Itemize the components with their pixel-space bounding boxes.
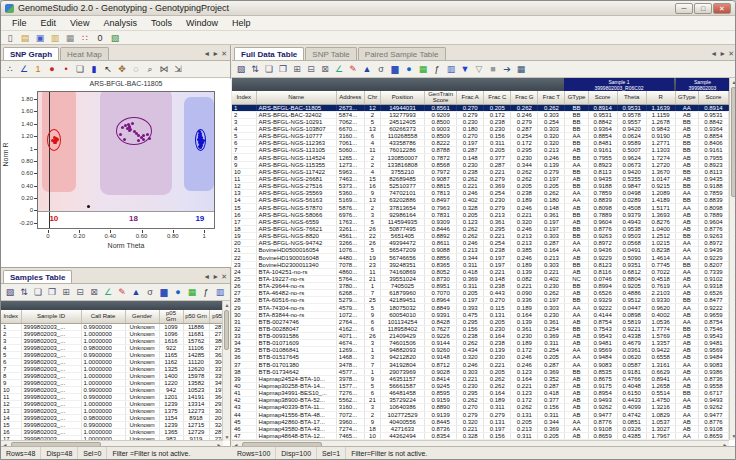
- cell[interactable]: 0.189: [511, 304, 538, 311]
- cell[interactable]: 0.402: [457, 197, 484, 204]
- cell[interactable]: 0.8116: [588, 268, 617, 275]
- column-header[interactable]: Frac G: [511, 91, 538, 104]
- cell[interactable]: AA: [565, 354, 588, 361]
- cell[interactable]: 0.090: [511, 290, 538, 297]
- cell[interactable]: 0.9144: [425, 340, 457, 347]
- cell[interactable]: 1.5769: [646, 333, 675, 340]
- cell[interactable]: 7465...: [336, 432, 364, 439]
- cell[interactable]: 3266...: [336, 240, 364, 247]
- cell[interactable]: 0.254: [538, 347, 565, 354]
- cell[interactable]: 0.8222: [425, 140, 457, 147]
- cell[interactable]: 0.6717: [698, 390, 728, 397]
- cell[interactable]: 3: [364, 211, 380, 218]
- cell[interactable]: 0.344: [457, 254, 484, 261]
- menu-tools[interactable]: Tools: [144, 17, 179, 29]
- cell[interactable]: 0.148: [484, 275, 511, 282]
- cell[interactable]: 0.246: [511, 204, 538, 211]
- cell[interactable]: 5876...: [336, 204, 364, 211]
- column-header[interactable]: Position: [380, 91, 424, 104]
- cell[interactable]: 0.8972: [698, 240, 728, 247]
- cell[interactable]: 5: [364, 118, 380, 125]
- cell[interactable]: 0.270: [457, 404, 484, 411]
- panel-close-icon[interactable]: ✕: [221, 273, 227, 281]
- cell[interactable]: 0.9481: [588, 340, 617, 347]
- cell[interactable]: 0.9589: [617, 140, 646, 147]
- cell[interactable]: 0.9477: [588, 411, 617, 418]
- cell[interactable]: ARS-BFGL-NGS-117422: [256, 168, 336, 175]
- cell[interactable]: 0.246: [538, 154, 565, 161]
- cell[interactable]: AB: [565, 204, 588, 211]
- cell[interactable]: 0.8561: [425, 104, 457, 111]
- subset-icon[interactable]: ⊟: [74, 286, 86, 298]
- cell[interactable]: 0.9900000: [81, 421, 125, 428]
- cell[interactable]: BTA-83844-no-rs: [256, 311, 336, 318]
- cell[interactable]: 82689485: [380, 175, 424, 182]
- cell[interactable]: 42: [232, 397, 256, 404]
- cell[interactable]: AA: [565, 418, 588, 425]
- cell[interactable]: 0.9847: [617, 183, 646, 190]
- cell[interactable]: 26: [364, 225, 380, 232]
- cell[interactable]: 5: [364, 247, 380, 254]
- cell[interactable]: 0.9420: [617, 168, 646, 175]
- cell[interactable]: 19: [364, 254, 380, 261]
- cell[interactable]: 26: [364, 333, 380, 340]
- cell[interactable]: 0.205: [484, 368, 511, 375]
- cell[interactable]: 0.230: [511, 154, 538, 161]
- cell[interactable]: 0.5007: [617, 147, 646, 154]
- cell[interactable]: 0.7955: [588, 154, 617, 161]
- scroll-down-icon[interactable]: ▼: [223, 433, 231, 441]
- cell[interactable]: 26: [232, 283, 256, 290]
- cell[interactable]: Hapmap34991-BES10_...: [256, 390, 336, 397]
- cell[interactable]: AA: [675, 411, 698, 418]
- cell[interactable]: 0.7546: [698, 325, 728, 332]
- cell[interactable]: 0.279: [511, 118, 538, 125]
- cell[interactable]: 5: [364, 382, 380, 389]
- cell[interactable]: 40: [232, 382, 256, 389]
- legend-icon[interactable]: ▮: [88, 63, 100, 75]
- cell[interactable]: 0.9329: [588, 297, 617, 304]
- cell[interactable]: 3999802003_...: [21, 400, 81, 407]
- cell[interactable]: 4: [232, 125, 256, 132]
- pan-hand-icon[interactable]: ✥: [116, 63, 128, 75]
- cell[interactable]: 0.270: [484, 297, 511, 304]
- cell[interactable]: 0.221: [484, 268, 511, 275]
- cell[interactable]: 28740: [209, 323, 223, 330]
- cell[interactable]: 0.9102: [698, 275, 728, 282]
- table-row[interactable]: 12ARS-BFGL-NGS-275165373...16525103770.8…: [232, 183, 729, 190]
- cell[interactable]: 0.213: [511, 425, 538, 432]
- cell[interactable]: 0.6526: [698, 290, 728, 297]
- column-header[interactable]: Index: [1, 310, 21, 323]
- cell[interactable]: 0.4679: [617, 340, 646, 347]
- cell[interactable]: 25: [364, 297, 380, 304]
- cell[interactable]: 0.311: [457, 283, 484, 290]
- cell[interactable]: 8918: [183, 414, 209, 421]
- new-icon[interactable]: ▯: [4, 32, 16, 44]
- cell[interactable]: BTB-01071609: [256, 340, 336, 347]
- cell[interactable]: 0.303: [538, 111, 565, 118]
- cell[interactable]: 0.8098: [698, 204, 728, 211]
- cell[interactable]: 12729: [183, 428, 209, 435]
- cell[interactable]: 0.9221: [617, 325, 646, 332]
- data-point-AB[interactable]: [146, 133, 149, 136]
- cell[interactable]: Hapmap48648-BTA-12...: [256, 432, 336, 439]
- table-row[interactable]: 23999802003_...1.0000000Unknown109611681…: [1, 330, 223, 337]
- cell[interactable]: 0.6629: [646, 368, 675, 375]
- table-row[interactable]: 37BTB-017013803478...7341928040.87120.24…: [232, 361, 729, 368]
- cell[interactable]: 18: [364, 425, 380, 432]
- column-header[interactable]: Index: [232, 91, 256, 104]
- cell[interactable]: 14: [1, 414, 21, 421]
- cell[interactable]: 0.9624: [617, 154, 646, 161]
- cell[interactable]: BB: [675, 118, 698, 125]
- table-row[interactable]: 4ARS-BFGL-NGS-1038076670...13602663730.9…: [232, 125, 729, 132]
- cell[interactable]: 3999802003_...: [21, 421, 81, 428]
- cell[interactable]: 0.369: [457, 275, 484, 282]
- cell[interactable]: BB: [565, 140, 588, 147]
- cell[interactable]: 7276...: [336, 390, 364, 397]
- table-row[interactable]: 19ARS-BFGL-NGS-88204561...2256514050.889…: [232, 233, 729, 240]
- cell[interactable]: 29: [232, 304, 256, 311]
- cell[interactable]: 3: [364, 404, 380, 411]
- scroll-up-icon[interactable]: ▲: [730, 78, 736, 86]
- data-point-AA[interactable]: [51, 139, 54, 142]
- table-row[interactable]: 163999802003_...1.0000000Unknown13651272…: [1, 428, 223, 435]
- cell[interactable]: AA: [565, 247, 588, 254]
